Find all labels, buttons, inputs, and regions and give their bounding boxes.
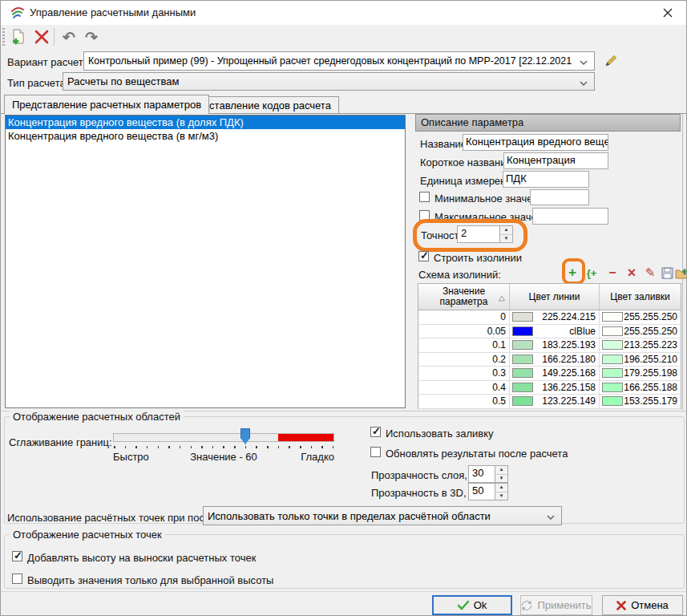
cell-line-color[interactable]: 123.225.149 <box>510 395 600 408</box>
short-name-field[interactable]: Концентрация <box>503 152 608 169</box>
table-row[interactable]: 0.1183.225.193213.255.223 <box>418 338 681 353</box>
close-button[interactable] <box>649 1 686 25</box>
col-header-line-color[interactable]: Цвет линии <box>510 284 600 310</box>
fill-color-swatch[interactable] <box>602 368 623 378</box>
name-field[interactable]: Концентрация вредного вещества <box>463 134 608 151</box>
calc-type-select[interactable]: Расчеты по веществам <box>63 72 595 91</box>
line-color-swatch[interactable] <box>512 326 533 336</box>
redo-button[interactable]: ↷ <box>81 26 102 47</box>
fill-color-swatch[interactable] <box>602 326 623 336</box>
spin-up-icon[interactable]: ▲ <box>495 484 507 492</box>
col-header-fill-color[interactable]: Цвет заливки <box>600 284 681 310</box>
cell-value[interactable]: 0.5 <box>418 395 510 408</box>
cell-line-color[interactable]: 183.225.193 <box>510 338 600 352</box>
toolbar-grip <box>2 28 5 46</box>
fill-color-swatch[interactable] <box>602 383 623 392</box>
unit-field[interactable]: ПДК <box>503 171 589 188</box>
spin-down-icon[interactable]: ▼ <box>500 235 512 243</box>
delete-record-button[interactable] <box>31 26 52 47</box>
cell-value[interactable]: 0 <box>418 310 510 324</box>
variant-value: Контрольный пример (99) - Упрощенный рас… <box>88 55 575 67</box>
cell-fill-color[interactable]: 255.255.250 <box>600 325 681 338</box>
line-color-swatch[interactable] <box>512 312 533 322</box>
scheme-remove-button[interactable]: − <box>604 263 621 282</box>
fill-color-swatch[interactable] <box>602 396 623 406</box>
variant-select[interactable]: Контрольный пример (99) - Упрощенный рас… <box>83 51 595 71</box>
min-value-field[interactable] <box>530 189 589 205</box>
layer-transparency-stepper[interactable]: 30 ▲▼ <box>468 465 508 483</box>
spin-down-icon[interactable]: ▼ <box>495 475 507 483</box>
spin-down-icon[interactable]: ▼ <box>495 492 507 500</box>
line-color-swatch[interactable] <box>512 383 533 392</box>
precision-stepper[interactable]: 2 ▲▼ <box>457 225 513 243</box>
table-row[interactable]: 0.2166.225.180196.255.210 <box>418 353 681 367</box>
table-row[interactable]: 0.3149.225.168179.255.198 <box>418 367 681 381</box>
scheme-edit-button[interactable]: ✎ <box>641 263 659 282</box>
cell-fill-color[interactable]: 166.255.188 <box>600 381 681 395</box>
scheme-add-group-button[interactable]: {+ <box>583 263 600 282</box>
cell-value[interactable]: 0.1 <box>418 338 510 352</box>
chevron-down-icon <box>547 509 555 523</box>
edit-variant-button[interactable] <box>601 51 620 71</box>
update-results-checkbox[interactable] <box>370 447 381 457</box>
cell-line-color[interactable]: 149.225.168 <box>510 367 600 380</box>
use-fill-checkbox[interactable] <box>370 427 381 437</box>
max-value-checkbox[interactable] <box>419 210 430 221</box>
table-row[interactable]: 0.05clBlue255.255.250 <box>418 325 681 339</box>
redo-icon: ↷ <box>85 30 98 45</box>
cell-fill-color[interactable]: 196.255.210 <box>600 353 681 367</box>
cell-fill-color[interactable]: 153.255.179 <box>600 395 681 408</box>
smooth-slider-track[interactable] <box>113 433 334 442</box>
cell-value[interactable]: 0.05 <box>418 325 510 338</box>
cell-line-color[interactable]: 166.225.180 <box>510 353 600 367</box>
add-record-button[interactable] <box>7 26 28 47</box>
scheme-add-button[interactable]: + <box>564 263 581 282</box>
cell-value[interactable]: 0.3 <box>418 367 510 380</box>
spin-up-icon[interactable]: ▲ <box>495 466 507 475</box>
scheme-label: Схема изолиний: <box>418 269 501 281</box>
cell-line-color[interactable]: 225.224.215 <box>510 310 600 324</box>
line-color-swatch[interactable] <box>512 396 533 406</box>
isolines-checkbox[interactable] <box>418 251 429 261</box>
list-item[interactable]: Концентрация вредного вещества (в долях … <box>6 116 405 129</box>
list-item[interactable]: Концентрация вредного вещества (в мг/м3) <box>6 129 405 143</box>
apply-button[interactable]: Применить <box>520 595 592 615</box>
line-color-text: 225.224.215 <box>542 311 596 322</box>
scheme-load-button[interactable] <box>673 263 687 282</box>
cell-fill-color[interactable]: 179.255.198 <box>600 367 681 380</box>
cell-fill-color[interactable]: 213.255.223 <box>600 338 681 352</box>
min-value-checkbox[interactable] <box>419 192 430 202</box>
ok-button[interactable]: Ok <box>432 595 512 615</box>
col-header-value[interactable]: Значение параметра <box>418 284 510 310</box>
points-usage-select[interactable]: Использовать только точки в пределах рас… <box>203 506 562 525</box>
fill-color-swatch[interactable] <box>602 355 623 364</box>
smooth-label: Сглаживание границ: <box>9 436 112 448</box>
cell-value[interactable]: 0.4 <box>418 381 510 395</box>
line-color-swatch[interactable] <box>512 340 533 350</box>
max-value-field[interactable] <box>532 208 608 225</box>
spin-up-icon[interactable]: ▲ <box>500 226 512 235</box>
scheme-clear-button[interactable]: × <box>623 263 641 282</box>
tab-parameters[interactable]: Представление расчетных параметров <box>4 95 209 114</box>
check-icon <box>458 601 469 610</box>
points-group-title: Отображение расчетных точек <box>10 529 165 541</box>
table-row[interactable]: 0225.224.215255.255.250 <box>418 310 681 325</box>
cell-fill-color[interactable]: 255.255.250 <box>600 310 681 324</box>
cell-value[interactable]: 0.2 <box>418 353 510 367</box>
transparency-3d-stepper[interactable]: 50 ▲▼ <box>468 483 508 500</box>
cell-line-color[interactable]: clBlue <box>510 325 600 338</box>
values-only-checkbox[interactable] <box>12 573 22 584</box>
fill-color-swatch[interactable] <box>602 340 623 350</box>
table-row[interactable]: 0.5123.225.149153.255.179 <box>418 395 681 409</box>
line-color-swatch[interactable] <box>512 355 533 364</box>
parameter-list[interactable]: Концентрация вредного вещества (в долях … <box>5 115 406 408</box>
fill-color-swatch[interactable] <box>602 312 623 322</box>
line-color-swatch[interactable] <box>512 368 533 378</box>
undo-button[interactable]: ↶ <box>59 26 79 47</box>
add-height-label: Добавлять высоту на выноски расчетных то… <box>27 552 256 564</box>
cell-line-color[interactable]: 136.225.158 <box>510 381 600 395</box>
add-height-checkbox[interactable] <box>12 551 22 561</box>
layer-transparency-value: 30 <box>469 466 495 482</box>
table-row[interactable]: 0.4136.225.158166.255.188 <box>418 381 681 395</box>
cancel-button[interactable]: Отмена <box>602 595 683 615</box>
